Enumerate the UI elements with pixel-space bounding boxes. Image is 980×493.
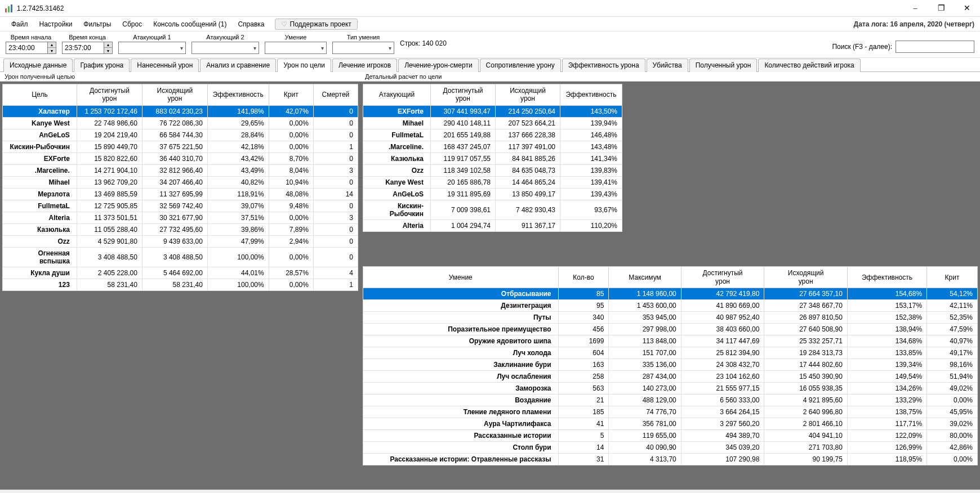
table-row[interactable]: Заклинание бури163335 136,0024 308 432,7… xyxy=(363,359,978,371)
maximize-button[interactable]: ❐ xyxy=(928,0,954,17)
tab-10[interactable]: Полученный урон xyxy=(689,59,758,72)
column-header[interactable]: Крит xyxy=(269,84,313,106)
table-row[interactable]: Оружие ядовитого шипа1699113 848,0034 11… xyxy=(363,335,978,347)
table-row[interactable]: EXForte15 820 822,6036 440 310,7043,42%8… xyxy=(3,153,358,164)
table-row[interactable]: Мерзлота13 469 885,5911 327 695,99118,91… xyxy=(3,188,358,200)
start-time-spinner[interactable]: ▲▼ xyxy=(48,42,56,54)
column-header[interactable]: Крит xyxy=(927,267,978,288)
menu-file[interactable]: Файл xyxy=(6,19,34,30)
attacker1-combo[interactable] xyxy=(118,42,186,54)
column-header[interactable]: Достигнутыйурон xyxy=(431,84,496,106)
tab-3[interactable]: Анализ и сравнение xyxy=(200,59,276,72)
table-row[interactable]: .Marceline.168 437 245,07117 397 491,001… xyxy=(363,141,622,153)
table-row[interactable]: Воздаяние21488 129,006 560 333,004 921 8… xyxy=(363,395,978,406)
skill-combo[interactable] xyxy=(265,42,327,54)
table-row[interactable]: Kanye West22 748 986,6076 722 086,3029,6… xyxy=(3,117,358,129)
table-row[interactable]: Mihael13 962 709,2034 207 466,4040,82%10… xyxy=(3,176,358,188)
column-header[interactable]: Исходящийурон xyxy=(496,84,560,106)
table-row[interactable]: Alteria11 373 501,5130 321 677,9037,51%0… xyxy=(3,212,358,223)
table-row[interactable]: Кискин-Рыбочкин15 890 449,7037 675 221,5… xyxy=(3,141,358,153)
skill-detail-table[interactable]: УмениеКол-воМаксимумДостигнутыйуронИсход… xyxy=(363,266,978,465)
table-row[interactable]: AnGeLoS19 204 219,4066 584 744,3028,84%0… xyxy=(3,129,358,141)
table-row[interactable]: Казюлька11 055 288,4027 732 495,6039,86%… xyxy=(3,223,358,235)
table-row[interactable]: Путы340353 945,0040 987 952,4026 897 810… xyxy=(363,312,978,324)
table-row[interactable]: Дезинтеграция951 453 600,0041 890 669,00… xyxy=(363,300,978,312)
column-header[interactable]: Умение xyxy=(363,267,559,288)
table-row[interactable]: EXForte307 441 993,47214 250 250,64143,5… xyxy=(363,105,622,117)
table-row[interactable]: Огненная вспышка3 408 488,503 408 488,50… xyxy=(3,247,358,267)
menu-console[interactable]: Консоль сообщений (1) xyxy=(148,19,232,30)
menu-filters[interactable]: Фильтры xyxy=(78,19,117,30)
tab-4[interactable]: Урон по цели xyxy=(277,59,331,72)
cell: 297 998,00 xyxy=(609,324,681,335)
table-row[interactable]: Аура Чартилифакса41356 781,003 297 560,2… xyxy=(363,418,978,430)
skill-type-combo[interactable] xyxy=(332,42,394,54)
column-header[interactable]: Максимум xyxy=(609,267,681,288)
tab-5[interactable]: Лечение игроков xyxy=(332,59,397,72)
cell: 37 675 221,50 xyxy=(142,141,207,153)
column-header[interactable]: Исходящийурон xyxy=(764,267,848,288)
table-row[interactable]: Заморозка563140 273,0021 555 977,1516 05… xyxy=(363,383,978,395)
cell: 883 024 230,23 xyxy=(142,105,207,117)
tab-9[interactable]: Убийства xyxy=(647,59,688,72)
column-header[interactable]: Смертей xyxy=(313,84,358,106)
tab-7[interactable]: Сопротивление урону xyxy=(480,59,561,72)
table-row[interactable]: Луч холода604151 707,0025 812 394,9019 2… xyxy=(363,347,978,359)
menu-help[interactable]: Справка xyxy=(232,19,270,30)
table-row[interactable]: Mihael290 410 148,11207 523 664,21139,94… xyxy=(363,117,622,129)
column-header[interactable]: Цель xyxy=(3,84,77,106)
tab-6[interactable]: Лечение-урон-смерти xyxy=(398,59,478,72)
cell: 340 xyxy=(558,312,609,324)
cell: 138,94% xyxy=(847,324,926,335)
cell: 26 897 810,50 xyxy=(764,312,848,324)
table-row[interactable]: .Marceline.14 271 904,1032 812 966,4043,… xyxy=(3,164,358,176)
column-header[interactable]: Эффективность xyxy=(560,84,622,106)
table-row[interactable]: FullmetaL12 725 905,8532 569 742,4039,07… xyxy=(3,200,358,212)
search-input[interactable] xyxy=(896,41,974,53)
column-header[interactable]: Эффективность xyxy=(847,267,926,288)
table-row[interactable]: Рассказанные истории: Отравленные расска… xyxy=(363,454,978,465)
end-time-spinner[interactable]: ▲▼ xyxy=(104,42,113,54)
column-header[interactable]: Эффективность xyxy=(207,84,269,106)
tab-8[interactable]: Эффективность урона xyxy=(562,59,645,72)
table-row[interactable]: Kanye West20 165 886,7814 464 865,24139,… xyxy=(363,176,622,188)
column-header[interactable]: Достигнутыйурон xyxy=(77,84,142,106)
tab-1[interactable]: График урона xyxy=(74,59,130,72)
table-row[interactable]: Кукла души2 405 228,005 464 692,0044,01%… xyxy=(3,267,358,279)
start-time-input[interactable] xyxy=(6,42,48,54)
minimize-button[interactable]: – xyxy=(902,0,928,17)
cell: 29,65% xyxy=(207,117,269,129)
table-row[interactable]: Рассказанные истории5119 655,00494 389,7… xyxy=(363,430,978,442)
cell: 563 xyxy=(558,383,609,395)
table-row[interactable]: Отбрасывание851 148 960,0042 792 419,802… xyxy=(363,288,978,300)
tab-2[interactable]: Нанесенный урон xyxy=(131,59,199,72)
table-row[interactable]: Столп бури1440 090,90345 039,20271 703,8… xyxy=(363,442,978,454)
tab-0[interactable]: Исходные данные xyxy=(3,59,73,72)
support-button[interactable]: ♡ Поддержать проект xyxy=(275,19,358,30)
column-header[interactable]: Кол-во xyxy=(558,267,609,288)
column-header[interactable]: Атакующий xyxy=(363,84,431,106)
table-row[interactable]: Казюлька119 917 057,5584 841 885,26141,3… xyxy=(363,153,622,164)
table-row[interactable]: Ozz4 529 901,809 439 633,0047,99%2,94%0 xyxy=(3,235,358,247)
table-row[interactable]: 12358 231,4058 231,40100,00%0,00%1 xyxy=(3,279,358,290)
menu-settings[interactable]: Настройки xyxy=(34,19,78,30)
table-row[interactable]: Кискин-Рыбочкин7 009 398,617 482 930,439… xyxy=(363,200,622,219)
attacker-detail-table[interactable]: АтакующийДостигнутыйуронИсходящийуронЭфф… xyxy=(363,84,622,232)
cell: 0 xyxy=(313,200,358,212)
column-header[interactable]: Достигнутыйурон xyxy=(681,267,764,288)
table-row[interactable]: Alteria1 004 294,74911 367,17110,20% xyxy=(363,219,622,231)
close-button[interactable]: ✕ xyxy=(954,0,980,17)
table-row[interactable]: Ozz118 349 102,5884 635 048,73139,83% xyxy=(363,164,622,176)
table-row[interactable]: AnGeLoS19 311 895,6913 850 499,17139,43% xyxy=(363,188,622,200)
table-row[interactable]: Луч ослабления258287 434,0023 104 162,60… xyxy=(363,371,978,383)
tab-11[interactable]: Количество действий игрока xyxy=(758,59,860,72)
menu-reset[interactable]: Сброс xyxy=(117,19,148,30)
table-row[interactable]: FullmetaL201 655 149,88137 666 228,38146… xyxy=(363,129,622,141)
table-row[interactable]: Халастер1 253 702 172,46883 024 230,2314… xyxy=(3,105,358,117)
table-row[interactable]: Тление ледяного пламени18574 776,703 664… xyxy=(363,406,978,418)
attacker2-combo[interactable] xyxy=(191,42,259,54)
column-header[interactable]: Исходящийурон xyxy=(142,84,207,106)
end-time-input[interactable] xyxy=(62,42,104,54)
target-damage-table[interactable]: ЦельДостигнутыйуронИсходящийуронЭффектив… xyxy=(2,84,358,291)
table-row[interactable]: Поразительное преимущество456297 998,003… xyxy=(363,324,978,335)
